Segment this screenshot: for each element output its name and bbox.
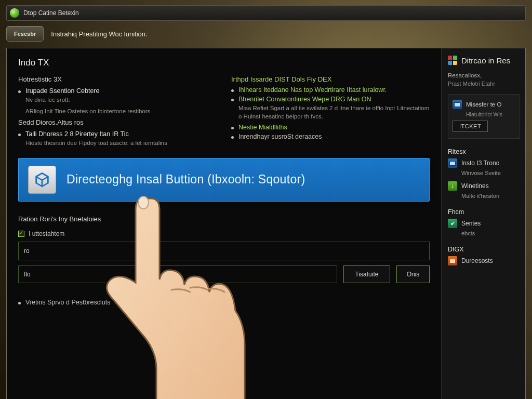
side-item-3a[interactable]: Sentes (461, 220, 481, 227)
sidebar-heading-2: Fhcm (448, 208, 520, 216)
main-panel: Indo TX Hotrestistic 3X Irupade Ssention… (7, 48, 441, 399)
side-item-4[interactable]: Dureesosts (461, 257, 493, 264)
right-bullet-3[interactable]: Nestie Mialdlliths (231, 124, 430, 131)
left-bullet-1-sub2: ARliog Init Tine Ostetes on ibintertone … (18, 108, 217, 116)
left-column: Hotrestistic 3X Irupade Ssention Cebtere… (18, 75, 217, 151)
left-heading-2: Sedd Dioros.Altus ros (18, 118, 217, 126)
ticket-button[interactable]: ITCKET (453, 121, 488, 132)
tag-icon (448, 256, 457, 265)
field-1[interactable] (19, 242, 429, 260)
download-icon (448, 181, 457, 191)
breadcrumb-button[interactable]: Fescsbr (6, 26, 44, 42)
left-bullet-1[interactable]: Irupade Ssention Cebtere (18, 87, 217, 95)
install-label: Directeoghg Insal Buttion (Ibxooln: Sqou… (66, 172, 305, 187)
breadcrumb-bar: Fescsbr Instrahiq Prestiting Woc lunitio… (6, 26, 526, 42)
agree-row[interactable]: I uttestahtem (18, 230, 430, 237)
card1-sub: Hiatultorict Wis (453, 111, 515, 117)
right-bullet-2-sub: Misa Refiet Sgart a all tie swilates 2 d… (231, 104, 430, 121)
app-orb-icon (10, 8, 19, 18)
right-bullet-4[interactable]: Inrendhayr susroSt deraaces (231, 133, 430, 140)
action-button-2[interactable]: Onis (396, 265, 430, 283)
install-box-icon (28, 166, 56, 194)
sidebar-card-1: Misesfer te O Hiatultorict Wis ITCKET (448, 94, 520, 139)
right-column: Irthpd Issarde DIST Dols Fiy DEX Ihihear… (231, 75, 430, 151)
agree-checkbox[interactable] (18, 231, 24, 237)
side-item-2a[interactable]: Winetines (461, 182, 489, 190)
right-heading: Irthpd Issarde DIST Dols Fiy DEX (231, 75, 430, 83)
left-bullet-2[interactable]: Talli Dhoress 2 8 Pirertey Itan IR Tic (18, 130, 217, 138)
card1-label[interactable]: Misesfer te O (466, 101, 501, 108)
cube-icon (33, 171, 51, 189)
side-item-1b: Winvose Sveite (448, 170, 520, 176)
action-button-1[interactable]: Tisatuite (343, 265, 390, 283)
window-titlebar: Dtop Catine Betexin (6, 5, 526, 21)
left-bullet-1-sub1: Nv dina lec srott: (18, 96, 217, 104)
right-bullet-2[interactable]: Bhenritet Convarontinres Wepe DRG Man ON (231, 96, 430, 103)
content-frame: Indo TX Hotrestistic 3X Irupade Ssention… (6, 48, 526, 399)
sidebar-heading-1: Ritesx (448, 148, 520, 155)
right-sidebar: Ditrcao in Res Resacallosx, Prast Melotr… (441, 48, 525, 399)
sidebar-title-row: Ditrcao in Res (448, 56, 520, 65)
side-item-1a[interactable]: Insto I3 Trono (461, 159, 499, 167)
breadcrumb-text: Instrahiq Prestiting Woc lunition. (51, 30, 147, 38)
agree-label: I uttestahtem (29, 230, 64, 237)
sidebar-title: Ditrcao in Res (461, 56, 510, 65)
field-2[interactable] (19, 266, 337, 283)
left-bullet-2-sub: Hieste thesrain dee Flpdoy toat sascte: … (18, 139, 217, 148)
window-title: Dtop Catine Betexin (23, 9, 79, 17)
monitor-icon-2 (448, 158, 457, 168)
side-item-2b: Malte it'hesiton (448, 193, 520, 199)
page-title: Indo TX (18, 58, 430, 68)
left-heading-1: Hotrestistic 3X (18, 75, 217, 83)
side-item-3b: ebcts (448, 230, 520, 236)
monitor-icon (453, 100, 462, 109)
windows-flag-icon (448, 56, 457, 65)
shield-icon (448, 219, 457, 228)
input-stack (18, 242, 430, 260)
sidebar-sub2: Prast Melotri Etahr (448, 81, 520, 87)
install-banner[interactable]: Directeoghg Insal Buttion (Ibxooln: Sqou… (18, 158, 430, 202)
sidebar-heading-3: DIGX (448, 246, 520, 253)
lower-title: Ration Rori's Iny Bnetaloies (18, 215, 430, 223)
right-bullet-1[interactable]: Ihihears Iteddane Nas top Wedrtirare IIt… (231, 86, 430, 94)
footer-bullet[interactable]: Vretins Sprvo d Pestbrescluts (18, 299, 430, 306)
sidebar-sub1: Resacallosx, (448, 72, 520, 78)
